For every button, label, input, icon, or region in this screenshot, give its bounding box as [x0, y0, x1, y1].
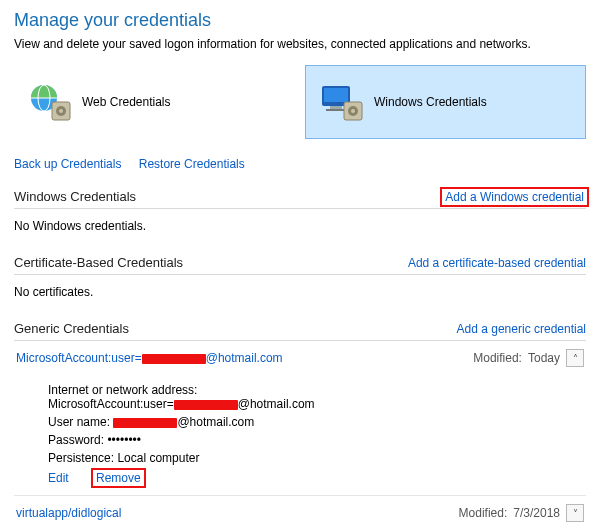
- monitor-safe-icon: [320, 82, 364, 122]
- restore-credentials-link[interactable]: Restore Credentials: [139, 157, 245, 171]
- section-windows-credentials: Windows Credentials Add a Windows creden…: [14, 189, 586, 233]
- address-value: MicrosoftAccount:user=@hotmail.com: [48, 397, 315, 411]
- tile-windows-credentials[interactable]: Windows Credentials: [305, 65, 586, 139]
- credential-details: Internet or network address: MicrosoftAc…: [14, 375, 586, 495]
- password-value: ••••••••: [107, 433, 141, 447]
- password-label: Password:: [48, 433, 104, 447]
- credential-entry: virtualapp/didlogical Modified: 7/3/2018…: [14, 496, 586, 530]
- credential-row[interactable]: MicrosoftAccount:user=@hotmail.com Modif…: [14, 341, 586, 375]
- redacted-text: [113, 418, 177, 428]
- add-windows-credential-link[interactable]: Add a Windows credential: [443, 190, 586, 204]
- section-generic-credentials: Generic Credentials Add a generic creden…: [14, 321, 586, 530]
- username-label: User name:: [48, 415, 110, 429]
- modified-label: Modified:: [459, 506, 508, 520]
- chevron-up-icon[interactable]: ˄: [566, 349, 584, 367]
- page-description: View and delete your saved logon informa…: [14, 37, 586, 51]
- svg-rect-9: [326, 109, 346, 111]
- page-title: Manage your credentials: [14, 10, 586, 31]
- svg-rect-7: [324, 88, 348, 102]
- credential-title: virtualapp/didlogical: [16, 506, 121, 520]
- persistence-value: Local computer: [117, 451, 199, 465]
- section-cert-credentials: Certificate-Based Credentials Add a cert…: [14, 255, 586, 299]
- section-cert-title: Certificate-Based Credentials: [14, 255, 183, 270]
- modified-value: Today: [528, 351, 560, 365]
- modified-value: 7/3/2018: [513, 506, 560, 520]
- credential-title: MicrosoftAccount:user=@hotmail.com: [16, 351, 283, 365]
- backup-credentials-link[interactable]: Back up Credentials: [14, 157, 121, 171]
- redacted-text: [174, 400, 238, 410]
- credential-row[interactable]: virtualapp/didlogical Modified: 7/3/2018…: [14, 496, 586, 530]
- section-windows-title: Windows Credentials: [14, 189, 136, 204]
- persistence-label: Persistence:: [48, 451, 114, 465]
- add-generic-credential-link[interactable]: Add a generic credential: [457, 322, 586, 336]
- username-value: @hotmail.com: [113, 415, 254, 429]
- windows-empty-text: No Windows credentials.: [14, 219, 586, 233]
- tile-windows-label: Windows Credentials: [374, 95, 487, 109]
- chevron-down-icon[interactable]: ˅: [566, 504, 584, 522]
- svg-point-12: [351, 109, 355, 113]
- svg-rect-8: [330, 106, 342, 109]
- svg-point-5: [59, 109, 63, 113]
- cert-empty-text: No certificates.: [14, 285, 586, 299]
- globe-safe-icon: [28, 82, 72, 122]
- modified-label: Modified:: [473, 351, 522, 365]
- tile-web-credentials[interactable]: Web Credentials: [14, 65, 293, 139]
- edit-credential-link[interactable]: Edit: [48, 471, 69, 485]
- credential-entry: MicrosoftAccount:user=@hotmail.com Modif…: [14, 341, 586, 496]
- tile-web-label: Web Credentials: [82, 95, 171, 109]
- redacted-text: [142, 354, 206, 364]
- section-generic-title: Generic Credentials: [14, 321, 129, 336]
- remove-credential-link[interactable]: Remove: [94, 471, 143, 485]
- add-cert-credential-link[interactable]: Add a certificate-based credential: [408, 256, 586, 270]
- address-label: Internet or network address:: [48, 383, 197, 397]
- credential-type-tiles: Web Credentials Windows Credentials: [14, 65, 586, 139]
